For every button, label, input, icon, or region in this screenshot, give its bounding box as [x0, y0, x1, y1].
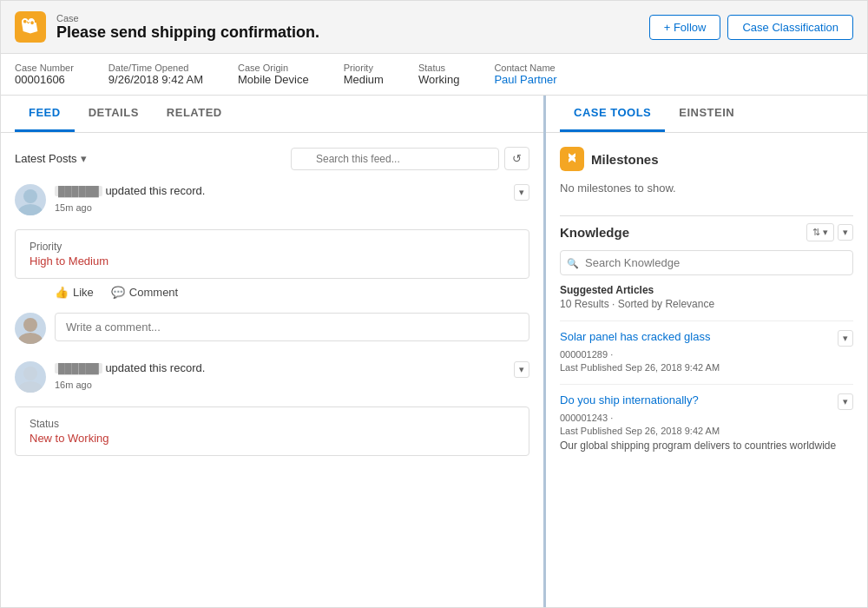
knowledge-dropdown[interactable]: ▾: [838, 224, 853, 241]
like-label: Like: [73, 286, 94, 299]
article-1-title[interactable]: Solar panel has cracked glass: [560, 330, 710, 343]
knowledge-search-wrap: 🔍: [560, 250, 853, 275]
feed-item-2-dropdown[interactable]: ▾: [514, 361, 529, 378]
knowledge-search-icon: 🔍: [567, 257, 579, 268]
milestones-empty: No milestones to show.: [560, 178, 853, 198]
knowledge-header: Knowledge ⇅ ▾ ▾: [560, 223, 853, 241]
tab-feed[interactable]: FEED: [15, 96, 75, 132]
svg-point-1: [18, 204, 43, 215]
knowledge-section: Knowledge ⇅ ▾ ▾ 🔍 Suggested Articles 10 …: [560, 223, 853, 460]
milestone-icon: [560, 147, 584, 171]
change-value-2: New to Working: [30, 432, 515, 445]
contact-name-link[interactable]: Paul Partner: [494, 73, 556, 86]
commenter-avatar: [15, 313, 46, 344]
like-icon: 👍: [55, 286, 69, 299]
knowledge-search-input[interactable]: [560, 250, 853, 275]
case-title: Please send shipping confirmation.: [56, 23, 319, 42]
case-meta: Case Number 00001606 Date/Time Opened 9/…: [1, 54, 867, 96]
article-2-meta: 000001243 ·: [560, 413, 853, 423]
change-label-1: Priority: [30, 241, 515, 253]
milestones-section: Milestones No milestones to show.: [560, 147, 853, 198]
feed-action-2: updated this record.: [105, 361, 205, 374]
feed-item-2-time: 16m ago: [55, 380, 529, 390]
article-1-published: Last Published Sep 26, 2018 9:42 AM: [560, 362, 853, 373]
case-icon: [15, 11, 46, 43]
article-1-dropdown[interactable]: ▾: [838, 330, 853, 347]
comment-input[interactable]: [55, 313, 529, 341]
feed-item-1-body: ██████ updated this record. ▾ 15m ago: [55, 184, 529, 213]
feed-search-wrap: 🔍: [291, 148, 499, 170]
article-1-meta: 000001289 ·: [560, 349, 853, 360]
right-panel: CASE TOOLS EINSTEIN Milestones No milest…: [546, 96, 867, 607]
meta-priority: Priority Medium: [344, 63, 384, 86]
svg-point-5: [18, 381, 43, 393]
article-2: Do you ship internationally? ▾ 000001243…: [560, 384, 853, 460]
svg-point-2: [23, 318, 37, 332]
article-2-dropdown[interactable]: ▾: [838, 393, 853, 410]
feed-action-1: updated this record.: [105, 184, 205, 197]
case-header-left: Case Please send shipping confirmation.: [15, 11, 319, 43]
change-card-2: Status New to Working: [15, 406, 529, 456]
comment-icon: 💬: [111, 286, 125, 299]
article-1: Solar panel has cracked glass ▾ 00000128…: [560, 321, 853, 384]
follow-button[interactable]: + Follow: [649, 15, 721, 40]
knowledge-title: Knowledge: [560, 225, 629, 240]
feed-filter-arrow: ▾: [81, 152, 87, 165]
divider-1: [560, 215, 853, 216]
milestones-title: Milestones: [591, 152, 659, 167]
change-card-1: Priority High to Medium: [15, 229, 529, 279]
avatar-1: [15, 184, 46, 215]
feed-item-2-body: ██████ updated this record. ▾ 16m ago: [55, 361, 529, 390]
avatar-2: [15, 361, 46, 393]
feed-search-input[interactable]: [291, 148, 499, 170]
feed-user-1: ██████: [55, 186, 102, 196]
main-content: FEED DETAILS RELATED Latest Posts ▾ 🔍: [1, 96, 867, 607]
meta-datetime: Date/Time Opened 9/26/2018 9:42 AM: [108, 63, 203, 86]
feed-item-2-header: ██████ updated this record. ▾: [55, 361, 529, 378]
article-2-id: 000001243: [560, 413, 608, 423]
article-2-published: Last Published Sep 26, 2018 9:42 AM: [560, 426, 853, 436]
feed-search-area: 🔍 ↺: [291, 147, 529, 170]
knowledge-actions: ⇅ ▾ ▾: [806, 223, 853, 241]
knowledge-sort-button[interactable]: ⇅ ▾: [806, 223, 834, 241]
change-label-2: Status: [30, 418, 515, 430]
feed-content: Latest Posts ▾ 🔍 ↺: [1, 133, 543, 607]
feed-item-1: ██████ updated this record. ▾ 15m ago: [15, 184, 529, 215]
feed-item-2-text: ██████ updated this record.: [55, 361, 205, 374]
feed-item-1-text: ██████ updated this record.: [55, 184, 205, 197]
feed-filter[interactable]: Latest Posts ▾: [15, 152, 87, 165]
like-button[interactable]: 👍 Like: [55, 286, 94, 299]
refresh-button[interactable]: ↺: [504, 147, 529, 170]
case-header: Case Please send shipping confirmation. …: [1, 1, 867, 54]
case-title-block: Case Please send shipping confirmation.: [56, 13, 319, 42]
tab-einstein[interactable]: EINSTEIN: [665, 96, 748, 132]
feed-filter-label: Latest Posts: [15, 152, 77, 165]
article-1-dot: ·: [610, 349, 613, 360]
article-2-snippet: Our global shipping program delivers to …: [560, 439, 853, 452]
article-2-title[interactable]: Do you ship internationally?: [560, 393, 699, 406]
tab-related[interactable]: RELATED: [153, 96, 236, 132]
case-label: Case: [56, 13, 319, 23]
feed-item-2: ██████ updated this record. ▾ 16m ago: [15, 361, 529, 393]
svg-point-4: [23, 367, 37, 380]
tab-case-tools[interactable]: CASE TOOLS: [560, 96, 665, 132]
right-content: Milestones No milestones to show. Knowle…: [546, 133, 867, 474]
change-value-1: High to Medium: [30, 254, 515, 268]
comment-area: [15, 313, 529, 344]
right-tabs: CASE TOOLS EINSTEIN: [546, 96, 867, 133]
results-meta: 10 Results · Sorted by Relevance: [560, 298, 853, 310]
milestones-header: Milestones: [560, 147, 853, 171]
case-classification-button[interactable]: Case Classification: [727, 15, 853, 40]
svg-point-0: [23, 189, 37, 203]
meta-status: Status Working: [418, 63, 459, 86]
feed-item-1-dropdown[interactable]: ▾: [514, 184, 529, 201]
article-1-id: 000001289: [560, 349, 608, 360]
article-1-header: Solar panel has cracked glass ▾: [560, 330, 853, 347]
meta-origin: Case Origin Mobile Device: [238, 63, 309, 86]
tab-details[interactable]: DETAILS: [75, 96, 153, 132]
article-2-dot: ·: [610, 413, 613, 423]
left-tabs: FEED DETAILS RELATED: [1, 96, 543, 133]
feed-actions: 👍 Like 💬 Comment: [15, 286, 529, 299]
comment-button[interactable]: 💬 Comment: [111, 286, 178, 299]
feed-item-1-time: 15m ago: [55, 202, 529, 213]
